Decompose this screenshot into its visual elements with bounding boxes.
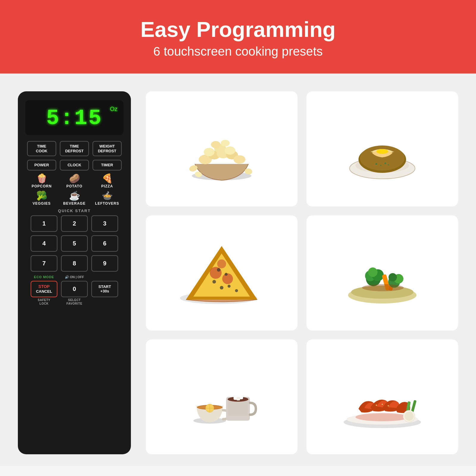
svg-point-61 [356,413,409,421]
svg-point-46 [362,284,404,291]
popcorn-preset-button[interactable]: 🍿 POPCORN [27,174,56,188]
food-card-veggies [306,215,458,331]
veggies-preset-button[interactable]: 🥦 VEGGIES [27,191,56,206]
display-unit: Oz [110,106,118,112]
clock-button[interactable]: CLOCK [60,160,89,170]
svg-point-29 [217,268,220,272]
svg-point-31 [212,280,216,284]
leftovers-preset-button[interactable]: 🍲 LEFTOVERS [93,191,122,206]
food-card-pizza [146,215,298,331]
food-card-leftovers [306,339,458,455]
spacer [91,275,118,279]
header-title: Easy Programming [6,18,470,41]
microwave-display: 5:15 Oz [25,100,123,135]
eco-mode-label-container: ECO MODE [31,275,57,279]
safety-lock-label: SAFETYLOCK [38,298,50,306]
svg-point-45 [389,273,397,281]
beverage-preset-button[interactable]: ☕ BEVERAGE [60,191,89,206]
beverage-image [152,364,292,430]
pizza-image [152,240,292,306]
svg-rect-58 [237,397,240,400]
main-content: 5:15 Oz TIMECOOK TIMEDEFROST WEIGHTDEFRO… [0,73,476,466]
potato-icon: 🥔 [69,174,80,183]
leftovers-icon: 🍲 [102,191,113,200]
potato-label: POTATO [66,184,82,188]
svg-point-20 [380,165,381,166]
svg-point-27 [222,273,233,284]
food-card-popcorn [146,91,298,206]
potato-image [312,116,452,182]
svg-point-40 [368,267,378,277]
num-1-button[interactable]: 1 [31,215,57,232]
svg-point-21 [384,162,386,164]
start-button[interactable]: START +30s [91,281,118,297]
sound-label-container: 🔊 ON | OFF [61,275,88,279]
time-defrost-button[interactable]: TIMEDEFROST [60,141,89,156]
veggies-image [312,240,452,306]
veggies-label: VEGGIES [32,201,51,206]
beverage-icon: ☕ [69,191,80,200]
preset-row-2: 🥦 VEGGIES ☕ BEVERAGE 🍲 LEFTOVERS [25,191,123,206]
start-col: START +30s [91,281,118,306]
svg-point-33 [220,286,223,289]
wings-image [312,364,452,430]
header-section: Easy Programming 6 touchscreen cooking p… [0,0,476,73]
bottom-row: STOP CANCEL SAFETYLOCK 0 SELECTFAVORITE … [25,281,123,306]
num-2-button[interactable]: 2 [61,215,88,232]
num-3-button[interactable]: 3 [91,215,118,232]
svg-point-67 [382,404,383,405]
popcorn-label: POPCORN [32,184,52,188]
num-0-button[interactable]: 0 [61,281,88,297]
svg-point-65 [405,412,414,421]
button-row-2: POWER CLOCK TIMER [25,160,123,170]
num-9-button[interactable]: 9 [91,255,118,272]
microwave-panel: 5:15 Oz TIMECOOK TIMEDEFROST WEIGHTDEFRO… [18,91,131,454]
preset-row-1: 🍿 POPCORN 🥔 POTATO 🍕 PIZZA [25,174,123,188]
pizza-icon: 🍕 [102,174,113,183]
button-row-1: TIMECOOK TIMEDEFROST WEIGHTDEFROST [25,141,123,156]
svg-point-34 [235,289,238,292]
numpad-row-1: 1 2 3 [25,215,123,232]
svg-point-19 [375,163,377,165]
plus30s-text: +30s [100,289,109,294]
svg-rect-54 [228,399,248,416]
svg-point-28 [217,259,226,268]
stop-text: STOP [38,284,50,289]
start-text: START [98,284,111,289]
svg-point-8 [225,146,235,155]
svg-point-18 [376,149,388,154]
popcorn-icon: 🍿 [36,174,47,183]
num-7-button[interactable]: 7 [31,255,57,272]
numpad-row-2: 4 5 6 [25,235,123,252]
eco-mode-label: ECO MODE [31,275,57,279]
zero-col: 0 SELECTFAVORITE [61,281,88,306]
power-button[interactable]: POWER [27,160,56,170]
display-time: 5:15 [46,106,103,131]
food-card-potato [306,91,458,206]
food-grid [146,91,458,454]
svg-point-5 [234,155,245,164]
num-8-button[interactable]: 8 [61,255,88,272]
num-5-button[interactable]: 5 [61,235,88,252]
veggies-icon: 🥦 [36,191,47,200]
stop-cancel-button[interactable]: STOP CANCEL [31,281,57,297]
leftovers-label: LEFTOVERS [95,201,119,206]
timer-button[interactable]: TIMER [93,160,122,170]
potato-preset-button[interactable]: 🥔 POTATO [60,174,89,188]
num-4-button[interactable]: 4 [31,235,57,252]
header-subtitle: 6 touchscreen cooking presets [6,44,470,59]
sound-on-off-label: 🔊 ON | OFF [61,275,88,279]
weight-defrost-button[interactable]: WEIGHTDEFROST [93,141,122,156]
pizza-preset-button[interactable]: 🍕 PIZZA [93,174,122,188]
svg-point-22 [388,164,389,165]
stop-cancel-col: STOP CANCEL SAFETYLOCK [31,281,57,306]
svg-point-66 [376,405,377,406]
food-card-beverage [146,339,298,455]
svg-point-32 [228,285,231,288]
beverage-label: BEVERAGE [63,201,85,206]
cancel-text: CANCEL [36,289,52,294]
num-6-button[interactable]: 6 [91,235,118,252]
time-cook-button[interactable]: TIMECOOK [27,141,56,156]
svg-point-6 [204,148,214,156]
select-favorite-label: SELECTFAVORITE [66,298,82,306]
